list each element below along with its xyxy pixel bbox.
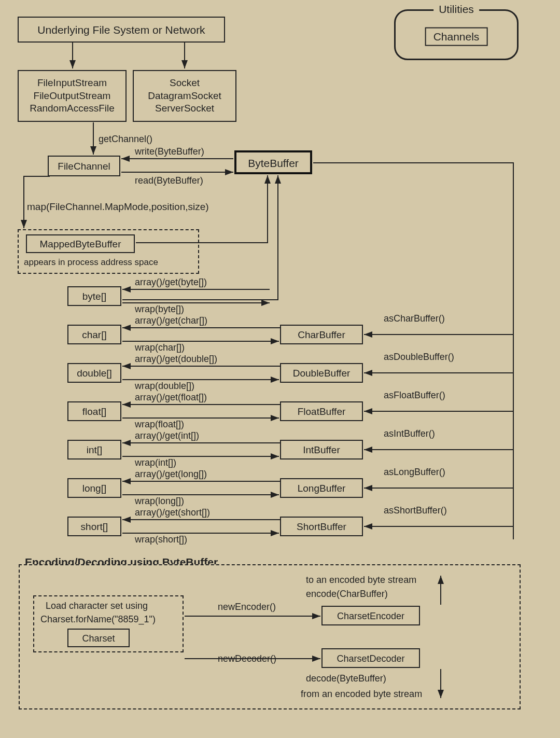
- array-get-label: array()/get(int[]): [135, 430, 199, 441]
- fileinputstream-label: FileInputStream: [37, 77, 107, 90]
- bytebuffer-label: ByteBuffer: [248, 157, 299, 169]
- newdecoder-label: newDecoder(): [218, 653, 276, 664]
- array-label: char[]: [82, 329, 107, 340]
- array-box-long[]: long[]: [67, 478, 121, 498]
- array-label: short[]: [81, 521, 108, 532]
- array-label: byte[]: [82, 291, 106, 302]
- buffer-box-ShortBuffer: ShortBuffer: [280, 517, 363, 536]
- buffer-label: LongBuffer: [298, 483, 346, 494]
- array-get-label: array()/get(long[]): [135, 469, 207, 480]
- charset-note-l1: Load character set using: [46, 601, 148, 611]
- asbuffer-label: asShortBuffer(): [384, 505, 447, 516]
- asbuffer-label: asIntBuffer(): [384, 428, 435, 439]
- wrap-label: wrap(float[]): [135, 419, 184, 430]
- mapped-note: appears in process address space: [24, 257, 158, 268]
- charset-note-l2: Charset.forName("8859_1"): [40, 614, 156, 625]
- file-streams-box: FileInputStream FileOutputStream RandomA…: [18, 70, 127, 122]
- charsetdecoder-box: CharsetDecoder: [321, 648, 420, 668]
- underlying-label: Underlying File System or Network: [37, 24, 205, 36]
- from-stream-label: from an encoded byte stream: [301, 689, 422, 700]
- buffer-box-IntBuffer: IntBuffer: [280, 440, 363, 459]
- buffer-box-DoubleBuffer: DoubleBuffer: [280, 363, 363, 383]
- array-box-double[]: double[]: [67, 363, 121, 383]
- filechannel-box: FileChannel: [48, 156, 120, 176]
- array-box-char[]: char[]: [67, 325, 121, 344]
- array-label: long[]: [82, 483, 106, 494]
- serversocket-label: ServerSocket: [155, 102, 214, 115]
- array-get-label: array()/get(float[]): [135, 392, 207, 403]
- underlying-box: Underlying File System or Network: [18, 17, 225, 43]
- buffer-label: FloatBuffer: [298, 406, 346, 417]
- decode-label: decode(ByteBuffer): [306, 673, 386, 684]
- array-get-label: array()/get(double[]): [135, 354, 217, 365]
- randomaccessfile-label: RandomAccessFile: [30, 102, 115, 115]
- buffer-label: CharBuffer: [298, 329, 345, 340]
- array-box-short[]: short[]: [67, 517, 121, 536]
- wrap-label: wrap(int[]): [135, 457, 176, 468]
- fileoutputstream-label: FileOutputStream: [34, 90, 111, 103]
- newencoder-label: newEncoder(): [218, 602, 276, 612]
- asbuffer-label: asCharBuffer(): [384, 313, 445, 324]
- utilities-legend: Utilities: [433, 3, 479, 16]
- map-call-label: map(FileChannel.MapMode,position,size): [27, 201, 209, 213]
- array-get-label: array()/get(char[]): [135, 315, 207, 326]
- mappedbytebuffer-box: MappedByteBuffer: [26, 234, 135, 253]
- buffer-label: IntBuffer: [303, 444, 340, 455]
- filechannel-label: FileChannel: [58, 161, 110, 172]
- datagramsocket-label: DatagramSocket: [148, 90, 221, 103]
- wrap-label: wrap(char[]): [135, 342, 185, 353]
- socket-label: Socket: [170, 77, 200, 90]
- bytebuffer-box: ByteBuffer: [234, 150, 312, 174]
- array-get-label: array()/get(byte[]): [135, 277, 207, 288]
- charset-box: Charset: [67, 629, 130, 647]
- asbuffer-label: asLongBuffer(): [384, 467, 445, 478]
- wrap-label: wrap(short[]): [135, 534, 187, 545]
- asbuffer-label: asFloatBuffer(): [384, 390, 445, 401]
- array-label: int[]: [87, 444, 103, 455]
- buffer-box-FloatBuffer: FloatBuffer: [280, 401, 363, 421]
- sockets-box: Socket DatagramSocket ServerSocket: [133, 70, 236, 122]
- diagram-stage: Utilities Channels Underlying File Syste…: [0, 0, 560, 738]
- array-get-label: array()/get(short[]): [135, 507, 210, 518]
- write-bb-label: write(ByteBuffer): [135, 146, 204, 157]
- utilities-box: Utilities Channels: [394, 9, 519, 60]
- asbuffer-label: asDoubleBuffer(): [384, 352, 454, 363]
- wrap-label: wrap(long[]): [135, 496, 184, 507]
- wrap-label: wrap(byte[]): [135, 304, 184, 315]
- charsetencoder-label: CharsetEncoder: [337, 611, 404, 621]
- encode-label: encode(CharBuffer): [306, 589, 388, 600]
- array-box-float[]: float[]: [67, 401, 121, 421]
- buffer-box-CharBuffer: CharBuffer: [280, 325, 363, 344]
- to-stream-label: to an encoded byte stream: [306, 575, 416, 586]
- utilities-channels: Channels: [425, 27, 488, 46]
- charsetencoder-box: CharsetEncoder: [321, 606, 420, 625]
- array-label: float[]: [82, 406, 106, 417]
- charset-label: Charset: [82, 633, 115, 644]
- array-box-byte[]: byte[]: [67, 286, 121, 306]
- buffer-label: ShortBuffer: [297, 521, 346, 532]
- buffer-box-LongBuffer: LongBuffer: [280, 478, 363, 498]
- mappedbytebuffer-label: MappedByteBuffer: [39, 239, 121, 249]
- read-bb-label: read(ByteBuffer): [135, 175, 203, 186]
- getchannel-label: getChannel(): [99, 134, 152, 145]
- array-box-int[]: int[]: [67, 440, 121, 459]
- charsetdecoder-label: CharsetDecoder: [337, 653, 404, 664]
- array-label: double[]: [77, 368, 112, 379]
- buffer-label: DoubleBuffer: [293, 368, 351, 379]
- wrap-label: wrap(double[]): [135, 381, 194, 392]
